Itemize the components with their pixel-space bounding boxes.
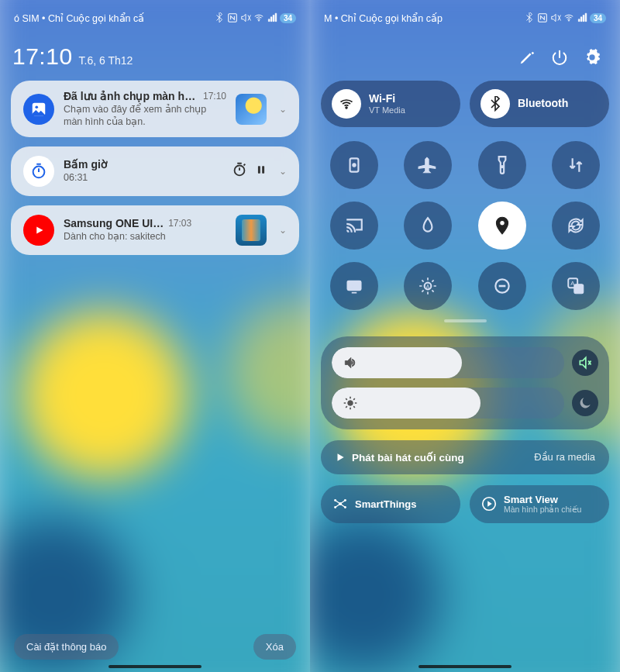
- notification-youtube[interactable]: Samsung ONE UI… 17:03 Dành cho bạn: saki…: [11, 205, 299, 255]
- sync-tile[interactable]: [552, 202, 600, 250]
- notification-timer[interactable]: Bấm giờ 06:31 ⌄: [11, 146, 299, 196]
- bluetooth-icon: [480, 89, 510, 119]
- smartthings-button[interactable]: SmartThings: [321, 485, 460, 524]
- svg-rect-7: [262, 167, 264, 174]
- clear-button[interactable]: Xóa: [253, 634, 296, 660]
- date: T.6, 6 Th12: [79, 54, 133, 67]
- auto-brightness-tile[interactable]: A: [404, 262, 452, 310]
- smartview-icon: [480, 495, 498, 512]
- power-button[interactable]: [546, 43, 574, 71]
- battery-badge: 34: [590, 13, 606, 23]
- svg-rect-6: [258, 167, 260, 174]
- nfc-icon: [227, 12, 238, 23]
- svg-point-22: [348, 400, 353, 405]
- notif-time: 17:03: [168, 218, 191, 229]
- data-transfer-tile[interactable]: [552, 141, 600, 189]
- notification-screenshot[interactable]: Đã lưu ảnh chụp màn hì… 17:10 Chạm vào đ…: [11, 81, 299, 137]
- svg-rect-20: [574, 284, 584, 294]
- bluetooth-icon: [214, 12, 225, 23]
- volume-icon: [343, 355, 358, 370]
- notif-subtitle: Dành cho bạn: sakitech: [64, 231, 226, 243]
- wifi-network: VT Media: [369, 105, 405, 115]
- wifi-icon: [253, 12, 264, 23]
- location-tile[interactable]: [478, 202, 526, 250]
- stopwatch-app-icon: [23, 156, 54, 187]
- qs-tile-grid: DeX A A: [321, 141, 609, 310]
- svg-point-12: [353, 164, 356, 167]
- settings-button[interactable]: [578, 43, 606, 71]
- svg-text:DeX: DeX: [349, 283, 359, 288]
- smartthings-label: SmartThings: [355, 498, 416, 510]
- home-indicator[interactable]: [418, 665, 512, 669]
- status-bar: M • Chỉ Cuộc gọi khẩn cấp 34: [321, 6, 609, 29]
- edit-button[interactable]: [513, 43, 541, 71]
- dex-tile[interactable]: DeX: [330, 262, 378, 310]
- dark-mode-toggle[interactable]: [572, 390, 598, 416]
- clock-row: 17:10 T.6, 6 Th12: [12, 43, 298, 70]
- mute-toggle[interactable]: [572, 350, 598, 376]
- notification-panel: ó SIM • Chỉ Cuộc gọi khẩn cấ 34 17:10 T.…: [0, 0, 310, 672]
- status-icons: 34: [524, 12, 606, 23]
- wifi-icon: [332, 89, 361, 119]
- youtube-icon: [23, 215, 54, 246]
- bluetooth-label: Bluetooth: [518, 98, 568, 109]
- notif-title: Samsung ONE UI…: [64, 217, 164, 229]
- notif-time: 17:10: [203, 91, 226, 102]
- notif-title: Đã lưu ảnh chụp màn hì…: [64, 90, 198, 102]
- chevron-down-icon[interactable]: ⌄: [276, 104, 287, 115]
- smartview-sub: Màn hình phản chiếu: [504, 505, 581, 515]
- volume-slider[interactable]: [332, 347, 564, 378]
- notif-subtitle: 06:31: [64, 172, 222, 184]
- chevron-down-icon[interactable]: ⌄: [276, 225, 287, 236]
- brightness-slider[interactable]: [332, 388, 564, 419]
- mute-icon: [550, 12, 561, 23]
- dnd-tile[interactable]: [478, 262, 526, 310]
- mute-icon: [240, 12, 251, 23]
- notification-settings-button[interactable]: Cài đặt thông báo: [14, 634, 119, 660]
- wifi-label: Wi-Fi: [369, 93, 405, 105]
- bluetooth-icon: [524, 12, 535, 23]
- signal-icon: [267, 12, 277, 23]
- notif-title: Bấm giờ: [64, 158, 222, 171]
- wifi-icon: [563, 12, 574, 23]
- bluetooth-toggle[interactable]: Bluetooth: [470, 81, 609, 127]
- svg-point-9: [568, 20, 570, 22]
- pause-button[interactable]: [256, 161, 267, 181]
- status-icons: 34: [214, 12, 296, 23]
- smartthings-icon: [332, 495, 349, 512]
- svg-point-13: [501, 166, 503, 168]
- gallery-icon: [23, 94, 54, 125]
- nfc-icon: [537, 12, 548, 23]
- media-output-button[interactable]: Đầu ra media: [534, 451, 595, 463]
- stopwatch-icon[interactable]: [231, 161, 248, 181]
- video-thumb[interactable]: [236, 215, 267, 246]
- play-icon: [335, 452, 346, 463]
- status-bar: ó SIM • Chỉ Cuộc gọi khẩn cấ 34: [11, 6, 299, 29]
- flashlight-tile[interactable]: [478, 141, 526, 189]
- smartview-button[interactable]: Smart View Màn hình phản chiếu: [470, 485, 609, 524]
- notif-subtitle: Chạm vào đây để xem ảnh chụp màn hình củ…: [64, 104, 226, 128]
- smartview-label: Smart View: [504, 495, 581, 505]
- screenshot-thumb[interactable]: [236, 94, 267, 125]
- status-left-text: ó SIM • Chỉ Cuộc gọi khẩn cấ: [14, 12, 144, 24]
- svg-point-3: [35, 105, 38, 109]
- chevron-down-icon[interactable]: ⌄: [276, 166, 287, 177]
- svg-point-1: [258, 20, 260, 22]
- rotation-lock-tile[interactable]: [330, 141, 378, 189]
- quick-settings-panel: M • Chỉ Cuộc gọi khẩn cấp 34 Wi-Fi VT Me…: [310, 0, 620, 672]
- sliders: [321, 336, 609, 429]
- media-play-label: Phát bài hát cuối cùng: [352, 451, 464, 464]
- wifi-toggle[interactable]: Wi-Fi VT Media: [321, 81, 460, 127]
- grid-drag-handle[interactable]: [444, 319, 487, 322]
- svg-text:A: A: [426, 284, 430, 289]
- svg-point-10: [346, 107, 348, 109]
- status-left-text: M • Chỉ Cuộc gọi khẩn cấp: [324, 12, 443, 24]
- airplane-tile[interactable]: [404, 141, 452, 189]
- signal-icon: [577, 12, 587, 23]
- media-controls[interactable]: Phát bài hát cuối cùng Đầu ra media: [321, 440, 609, 474]
- cast-tile[interactable]: [330, 202, 378, 250]
- battery-badge: 34: [280, 13, 296, 23]
- translate-tile[interactable]: A: [552, 262, 600, 310]
- battery-saver-tile[interactable]: [404, 202, 452, 250]
- home-indicator[interactable]: [108, 665, 202, 669]
